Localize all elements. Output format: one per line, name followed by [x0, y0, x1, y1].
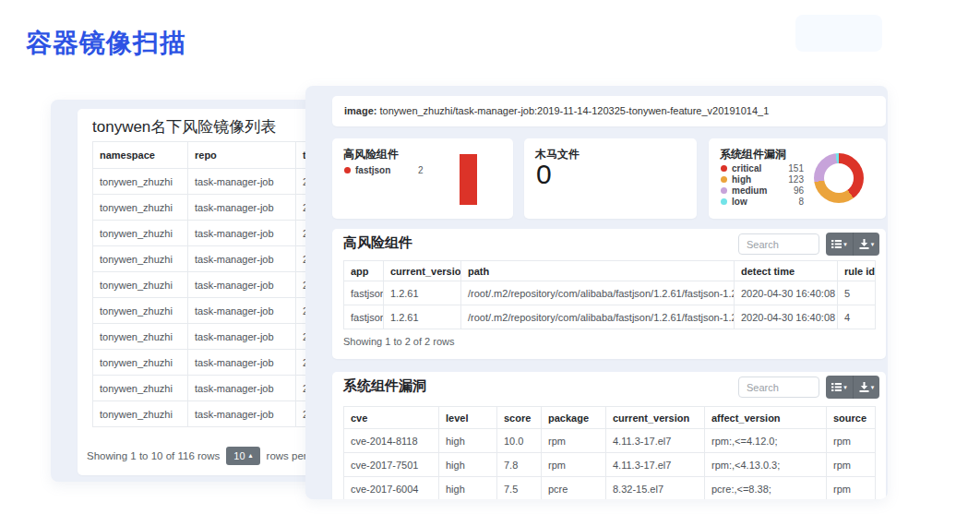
high-risk-components-card: 高风险组件 fastjson 2 [332, 138, 513, 219]
page-size-button[interactable]: 10 ▴ [226, 447, 259, 465]
caret-down-icon: ▾ [871, 384, 875, 391]
table-header-row: app current_version path detect time rul… [344, 261, 876, 281]
system-vulns-table-card: 系统组件漏洞 ▾ ▾ cve level score [332, 372, 886, 499]
table-summary: Showing 1 to 2 of 2 rows [343, 336, 454, 347]
caret-down-icon: ▾ [843, 384, 847, 391]
section-title: 系统组件漏洞 [343, 377, 426, 395]
image-name-bar: image: tonywen_zhuzhi/task-manager-job:2… [332, 96, 886, 126]
table-row: fastjson 1.2.61 /root/.m2/repository/com… [344, 305, 876, 329]
table-header-row: cve level score package current_version … [344, 407, 876, 429]
table-row: cve-2014-8118 high 10.0 rpm 4.11.3-17.el… [344, 429, 876, 453]
decorative-watermark [795, 15, 882, 52]
columns-icon [831, 382, 842, 392]
download-icon [859, 239, 869, 249]
legend-item: medium 96 [721, 185, 809, 195]
col-namespace: namespace [93, 142, 188, 169]
columns-toggle-button[interactable]: ▾ [826, 233, 853, 256]
download-icon [859, 382, 869, 392]
system-vulns-table: cve level score package current_version … [343, 406, 876, 499]
export-button[interactable]: ▾ [853, 376, 879, 399]
card-title: 系统组件漏洞 [720, 147, 786, 162]
section-title: 高风险组件 [343, 234, 412, 252]
vuln-donut-chart [814, 153, 864, 203]
card-title: 高风险组件 [343, 147, 399, 162]
legend-item: fastjson 2 [344, 165, 446, 174]
system-vulns-card: 系统组件漏洞 critical 151 high 123 medium 96 l… [709, 138, 886, 219]
trojan-files-card: 木马文件 0 [524, 138, 697, 219]
risk-image-list-title: tonywen名下风险镜像列表 [92, 116, 276, 137]
legend-dot [721, 198, 727, 205]
page: 容器镜像扫描 tonywen名下风险镜像列表 namespace repo ta… [0, 0, 980, 526]
legend-dot [721, 187, 727, 194]
caret-down-icon: ▾ [871, 241, 875, 248]
caret-up-icon: ▴ [249, 452, 253, 460]
legend-item: high 123 [721, 174, 809, 184]
image-value: tonywen_zhuzhi/task-manager-job:2019-11-… [380, 105, 770, 116]
search-input[interactable] [738, 377, 819, 398]
legend-item: critical 151 [721, 163, 809, 173]
export-button[interactable]: ▾ [853, 233, 879, 256]
legend-dot [721, 165, 727, 172]
image-label: image: [344, 105, 376, 116]
image-detail-panel: image: tonywen_zhuzhi/task-manager-job:2… [305, 86, 888, 499]
table-row: cve-2017-6004 high 7.5 pcre 8.32-15.el7 … [344, 477, 876, 500]
search-input[interactable] [738, 233, 819, 255]
caret-down-icon: ▾ [843, 241, 847, 248]
high-risk-components-table-card: 高风险组件 ▾ ▾ app current_version [332, 229, 886, 359]
pagination-summary: Showing 1 to 10 of 116 rows [87, 450, 220, 461]
table-row: fastjson 1.2.61 /root/.m2/repository/com… [344, 281, 876, 305]
high-risk-components-table: app current_version path detect time rul… [343, 260, 876, 329]
col-repo: repo [188, 142, 296, 169]
table-toolbar: ▾ ▾ [826, 233, 879, 256]
columns-toggle-button[interactable]: ▾ [826, 376, 853, 399]
trojan-count: 0 [536, 159, 552, 190]
legend-dot [344, 167, 351, 173]
columns-icon [831, 239, 842, 249]
legend-dot [721, 176, 727, 183]
page-title: 容器镜像扫描 [26, 26, 186, 61]
table-row: cve-2017-7501 high 7.8 rpm 4.11.3-17.el7… [344, 453, 876, 477]
legend-item: low 8 [721, 197, 809, 206]
table-toolbar: ▾ ▾ [826, 376, 879, 399]
bar-chart-bar [460, 154, 477, 205]
